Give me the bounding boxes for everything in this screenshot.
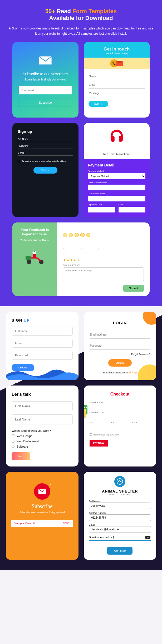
checkbox-icon[interactable]: [90, 433, 92, 436]
svg-point-6: [84, 407, 85, 408]
getintouch-email-input[interactable]: [89, 81, 145, 89]
getintouch-name-input[interactable]: [89, 73, 145, 80]
paynow-button[interactable]: PAY NOW: [90, 440, 108, 447]
mail-icon: [116, 61, 123, 66]
emoji-rating-row[interactable]: [63, 233, 144, 238]
product-display: $155.00 Red Beats Microphone: [84, 123, 150, 159]
checkout-cardnum-input[interactable]: [90, 404, 151, 408]
packing-option-excellent[interactable]: Excellent: [63, 247, 76, 250]
emoji-icon[interactable]: [63, 233, 67, 237]
work-option-label: Web Devlopment: [17, 440, 39, 443]
signup-dark-card: Sign up Full Name Password E-Mail By sig…: [12, 123, 78, 217]
forgot-password-link[interactable]: Forgot Password?: [90, 353, 151, 356]
remember-card-row[interactable]: Remember my card info: [90, 433, 151, 436]
signup-light-fullname-input[interactable]: [12, 327, 73, 336]
shelter-fullname-input[interactable]: [89, 503, 151, 509]
signup-dark-terms-row[interactable]: By signing up you are agree terms & Cond…: [18, 160, 73, 162]
svg-point-11: [117, 479, 123, 484]
emoji-icon[interactable]: [86, 233, 90, 237]
signup-light-login-button[interactable]: LOGIN: [12, 364, 34, 371]
suggestions-label: Any suggestions: [63, 264, 144, 266]
signup-dark-terms-text: By signing up you are agree terms & Cond…: [22, 160, 66, 162]
signup-dark-submit-button[interactable]: Submit: [33, 167, 57, 174]
checkout-cvv-input[interactable]: [132, 424, 150, 428]
checkout-nameoncard-input[interactable]: [90, 414, 151, 418]
payment-detail-section: Payment Detail Payment Method Payment Me…: [84, 159, 150, 217]
work-option-webdev[interactable]: Web Devlopment: [12, 440, 73, 443]
no-account-text: Don't have an account?: [103, 371, 128, 374]
login-password-input[interactable]: [90, 342, 151, 350]
feedback-submit-button[interactable]: Submit: [123, 285, 144, 292]
emoji-icon[interactable]: [69, 233, 73, 237]
slider-track: [89, 540, 151, 541]
login-email-input[interactable]: [90, 331, 151, 339]
expiration-label: Expiration Date: [88, 204, 115, 206]
feedback-question-satisfaction: How Satisfied are you with our Food.?!: [63, 227, 144, 231]
payment-method-select[interactable]: Payment Method: [88, 173, 146, 179]
donation-slider[interactable]: 99: [89, 540, 151, 543]
signup-light-email-input[interactable]: [12, 339, 73, 348]
work-option-label: Web Design: [17, 434, 32, 438]
letstalk-firstname-input[interactable]: [12, 401, 73, 411]
product-name: Red Beats Microphone: [86, 153, 147, 156]
getintouch-title: Get in touch: [86, 47, 147, 52]
slider-value-tooltip: 99: [145, 536, 150, 539]
subscribe-orange-send-button[interactable]: SEND: [59, 520, 73, 527]
packing-option-average[interactable]: Average: [81, 247, 93, 250]
emoji-icon[interactable]: [75, 233, 79, 237]
emoji-icon[interactable]: [80, 233, 85, 237]
checkout-cvv-label: CVV: [132, 421, 150, 424]
checkout-nameoncard-label: Name on card: [90, 411, 151, 414]
feedback-question-packing: Food Packing:: [63, 241, 144, 245]
feedback-form-area: How Satisfied are you with our Food.?! F…: [57, 222, 150, 296]
checkout-yy-input[interactable]: [111, 424, 129, 428]
suggestions-textarea[interactable]: [63, 267, 144, 281]
card-number-input[interactable]: [88, 185, 146, 190]
work-option-software[interactable]: Software: [12, 445, 73, 448]
signup-dark-email-input[interactable]: [18, 155, 73, 156]
expiration-input[interactable]: [88, 207, 115, 212]
newsletter-title: Subscribe to our Newsletter: [19, 72, 72, 76]
shelter-continue-button[interactable]: Continue: [107, 547, 132, 555]
packing-option-dissatisfied[interactable]: Dissatisfied: [97, 247, 113, 250]
cvv-input[interactable]: [119, 207, 145, 212]
donation-amount-label: Donation Amount in $: [89, 536, 151, 539]
newsletter-email-input[interactable]: [19, 86, 72, 94]
decoration-blob: [138, 364, 156, 380]
card-holder-input[interactable]: [88, 196, 146, 201]
shelter-email-input[interactable]: [89, 526, 151, 533]
letstalk-question: Which Type of work you wont?: [12, 429, 73, 432]
svg-rect-4: [33, 254, 36, 258]
card-number-label: Credit Card Number: [88, 181, 146, 184]
signup-dark-email-label: E-Mail: [18, 151, 73, 154]
feedback-card: Your Feedback is Important to us. We hap…: [12, 222, 150, 296]
letstalk-lastname-input[interactable]: [12, 414, 73, 424]
hero-description: ARForms now provides many beautiful pre-…: [7, 26, 155, 37]
newsletter-subscribe-button[interactable]: Subscribe: [19, 98, 72, 107]
signup-dark-password-input[interactable]: [18, 149, 73, 149]
title-word-read: Read: [57, 8, 71, 14]
subscribe-orange-title: Subscribe: [11, 503, 73, 509]
signup-dark-title: Sign up: [18, 129, 73, 134]
radio-icon: [12, 440, 14, 443]
work-option-webdesign[interactable]: Web Design: [12, 434, 73, 438]
checkout-mm-label: MM: [90, 421, 108, 424]
checkout-mm-input[interactable]: [90, 424, 108, 428]
signup-link[interactable]: Sign up: [129, 371, 137, 374]
shelter-contact-input[interactable]: [89, 514, 151, 521]
subscribe-orange-email-input[interactable]: [11, 520, 59, 527]
checkout-card: Checkout Card number Name on card MM YY …: [84, 386, 156, 466]
signup-dark-fullname-input[interactable]: [18, 142, 73, 142]
letstalk-send-button[interactable]: Send: [12, 452, 30, 460]
shelter-contact-label: Contact Number: [89, 512, 151, 514]
getintouch-submit-button[interactable]: Submit: [89, 101, 108, 107]
checkbox-icon[interactable]: [18, 160, 20, 162]
feedback-sidebar: Your Feedback is Important to us. We hap…: [12, 222, 57, 296]
login-button[interactable]: LOGIN: [108, 359, 132, 367]
title-accent-count: 50+: [45, 8, 55, 14]
getintouch-message-input[interactable]: [89, 90, 145, 97]
star-rating[interactable]: ★★★★★: [63, 258, 144, 262]
getintouch-header: Get in touch Lorem Ipsum is simply: [84, 42, 150, 58]
signup-light-password-input[interactable]: [12, 351, 73, 360]
work-option-label: Software: [17, 445, 28, 448]
